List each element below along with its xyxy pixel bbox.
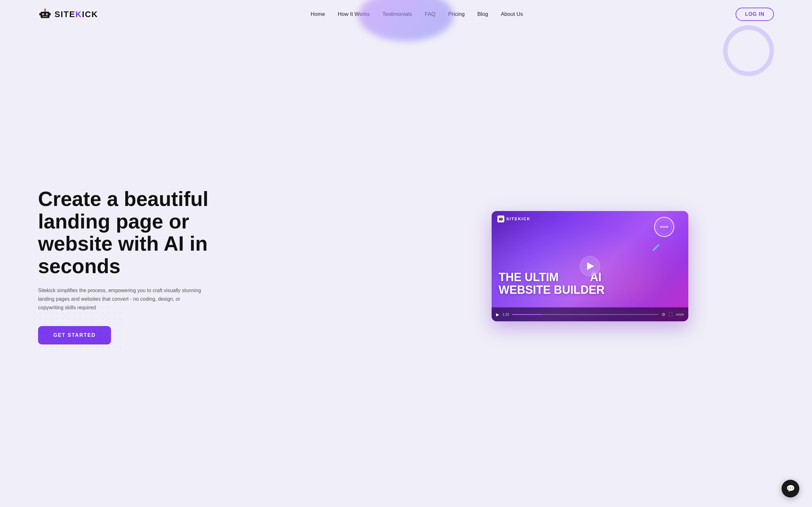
hero-left: Create a beautiful landing page or websi… xyxy=(38,188,229,344)
svg-rect-1 xyxy=(41,12,49,18)
dot-pattern-decoration xyxy=(32,287,120,351)
hero-title: Create a beautiful landing page or websi… xyxy=(38,188,229,277)
video-container: SITEKICK WWW xyxy=(492,211,688,322)
play-button-circle xyxy=(580,256,600,276)
svg-point-4 xyxy=(43,14,44,15)
video-logo-icon xyxy=(497,216,504,222)
chat-icon: 💬 xyxy=(786,485,795,493)
hero-section: Create a beautiful landing page or websi… xyxy=(0,29,812,507)
globe-www-label: WWW xyxy=(657,219,672,234)
svg-rect-16 xyxy=(499,218,499,219)
play-icon xyxy=(587,262,594,270)
svg-rect-11 xyxy=(499,218,502,220)
video-logo-text: SITEKICK xyxy=(506,216,531,221)
svg-point-8 xyxy=(44,9,46,10)
video-play-control[interactable]: ▶ xyxy=(496,312,499,317)
svg-point-13 xyxy=(501,219,502,219)
video-brand-logo: SITEKICK xyxy=(497,216,531,222)
navbar: SITEKICK Home How It Works Testimonials … xyxy=(0,0,812,29)
nav-about-us[interactable]: About Us xyxy=(501,11,523,17)
circle-decoration xyxy=(723,25,774,76)
video-panel[interactable]: SITEKICK WWW xyxy=(492,211,688,322)
video-wistia-brand: wistia xyxy=(676,313,684,316)
svg-point-12 xyxy=(500,219,501,219)
video-settings-icon[interactable]: ⚙ xyxy=(662,312,665,317)
video-progress-bar[interactable] xyxy=(512,314,658,315)
nav-home[interactable]: Home xyxy=(310,11,325,17)
globe-circle: WWW xyxy=(654,217,674,237)
svg-point-15 xyxy=(501,217,501,217)
logo-text: SITEKICK xyxy=(55,9,98,19)
nav-blog[interactable]: Blog xyxy=(477,11,488,17)
video-fullscreen-icon[interactable]: ⛶ xyxy=(669,312,673,317)
svg-rect-9 xyxy=(39,13,41,15)
svg-rect-10 xyxy=(49,13,51,15)
svg-point-5 xyxy=(47,14,48,15)
hero-right: SITEKICK WWW xyxy=(406,211,774,322)
chat-bubble-button[interactable]: 💬 xyxy=(781,480,799,498)
video-timestamp: 1:22 xyxy=(502,313,509,316)
logo-icon xyxy=(38,7,52,21)
login-button[interactable]: LOG IN xyxy=(735,8,774,21)
logo[interactable]: SITEKICK xyxy=(38,7,98,21)
svg-rect-6 xyxy=(43,16,48,17)
globe-decoration: WWW xyxy=(650,217,679,245)
svg-rect-17 xyxy=(502,218,503,219)
video-controls-bar: ▶ 1:22 ⚙ ⛶ wistia xyxy=(492,307,688,321)
video-progress-fill xyxy=(512,314,542,315)
video-headline-line2: WEBSITE BUILDER xyxy=(499,284,605,296)
play-button[interactable] xyxy=(580,256,600,276)
